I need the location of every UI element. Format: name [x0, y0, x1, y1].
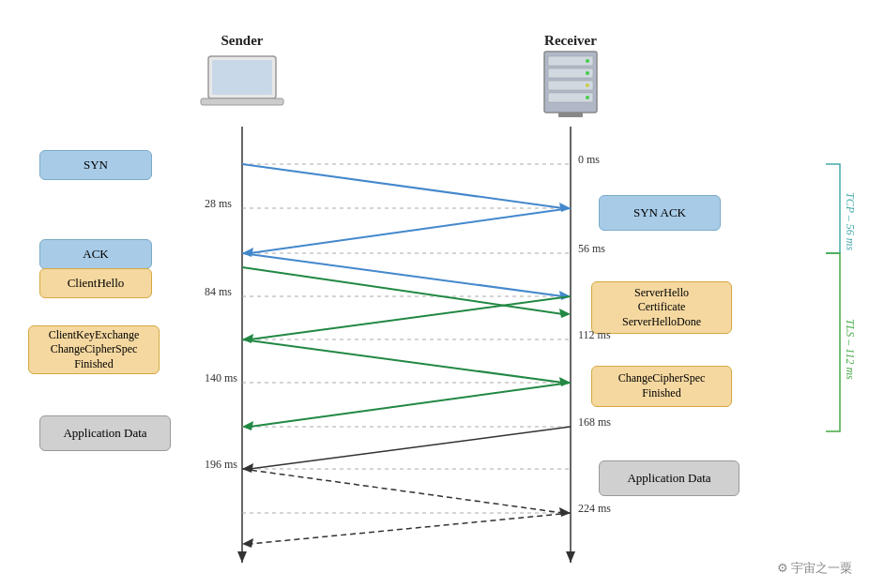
svg-marker-24 — [559, 377, 571, 386]
time-56ms: 56 ms — [578, 242, 605, 256]
svg-line-31 — [250, 513, 571, 544]
svg-marker-26 — [242, 421, 253, 430]
svg-marker-2 — [237, 551, 247, 563]
svg-line-23 — [242, 339, 563, 383]
svg-marker-28 — [242, 463, 253, 473]
svg-line-19 — [242, 267, 563, 314]
svg-marker-22 — [242, 334, 253, 343]
sender-label: Sender — [197, 33, 287, 49]
sender-icon — [197, 52, 287, 122]
svg-line-15 — [250, 208, 571, 253]
syn-box: SYN — [39, 150, 152, 180]
app-data-left-box: Application Data — [39, 415, 171, 451]
app-data-right-box: Application Data — [599, 460, 739, 496]
svg-marker-18 — [559, 291, 571, 300]
svg-marker-20 — [559, 309, 571, 318]
client-key-box: ClientKeyExchangeChangeCipherSpecFinishe… — [28, 325, 160, 374]
svg-point-43 — [586, 83, 589, 87]
watermark: ⚙ 宇宙之一粟 — [777, 560, 852, 577]
receiver-icon — [526, 47, 616, 122]
server-hello-box: ServerHelloCertificateServerHelloDone — [591, 281, 732, 334]
svg-line-27 — [250, 427, 571, 469]
svg-marker-16 — [242, 248, 253, 257]
client-hello-box: ClientHello — [39, 268, 152, 298]
tcp-label: TCP – 56 ms — [843, 192, 857, 250]
time-112ms: 112 ms — [578, 328, 611, 342]
svg-marker-32 — [242, 538, 253, 548]
svg-line-29 — [242, 469, 563, 513]
svg-marker-14 — [559, 203, 571, 212]
time-84ms: 84 ms — [205, 285, 232, 299]
time-224ms: 224 ms — [578, 502, 611, 516]
svg-rect-35 — [201, 98, 283, 105]
tls-label: TLS – 112 ms — [843, 319, 857, 380]
time-28ms: 28 ms — [205, 197, 232, 211]
change-cipher-box: ChangeCipherSpecFinished — [591, 366, 732, 407]
svg-line-25 — [250, 383, 571, 427]
time-168ms: 168 ms — [578, 415, 611, 430]
diagram: Sender Receiver SYN ACK ClientHello Clie… — [0, 0, 869, 588]
svg-marker-30 — [559, 507, 571, 517]
svg-line-13 — [242, 164, 563, 208]
time-140ms: 140 ms — [205, 371, 237, 385]
svg-line-21 — [250, 296, 571, 339]
svg-rect-45 — [558, 113, 583, 117]
svg-point-44 — [586, 96, 589, 99]
receiver-label: Receiver — [526, 33, 616, 49]
time-196ms: 196 ms — [205, 458, 237, 472]
syn-ack-box: SYN ACK — [599, 195, 721, 231]
svg-point-41 — [586, 59, 589, 63]
ack-box: ACK — [39, 239, 152, 269]
svg-line-17 — [242, 253, 563, 296]
svg-marker-3 — [566, 551, 575, 563]
svg-point-42 — [586, 71, 589, 75]
svg-rect-34 — [212, 60, 272, 95]
time-0ms: 0 ms — [578, 153, 600, 167]
